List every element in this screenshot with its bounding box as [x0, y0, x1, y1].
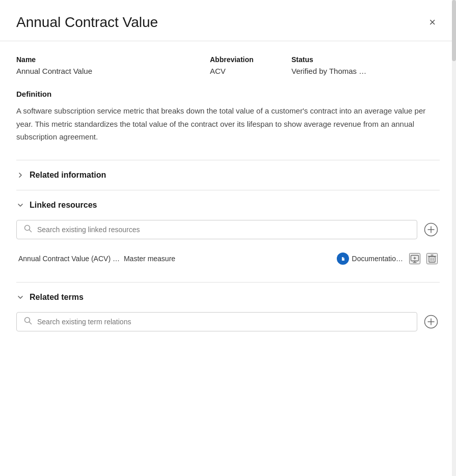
related-terms-search-row: [16, 312, 440, 331]
panel-title: Annual Contract Value: [16, 14, 158, 31]
name-field-group: Name Annual Contract Value: [16, 55, 190, 75]
related-terms-search-icon: [24, 317, 32, 327]
name-label: Name: [16, 55, 190, 64]
close-button[interactable]: ×: [425, 15, 440, 30]
status-label: Status: [291, 55, 440, 64]
detail-panel: Annual Contract Value × Name Annual Cont…: [0, 0, 456, 476]
related-terms-add-button[interactable]: [422, 313, 440, 330]
related-terms-content: [16, 304, 440, 344]
document-icon: [337, 253, 349, 265]
linked-resources-section: Linked resources: [16, 190, 440, 282]
linked-resources-header[interactable]: Linked resources: [16, 199, 440, 212]
status-value: Verified by Thomas …: [291, 67, 440, 75]
status-field-group: Status Verified by Thomas …: [291, 55, 440, 75]
related-information-section: Related information: [16, 160, 440, 190]
linked-resources-search-row: [16, 220, 440, 239]
linked-resources-search-input[interactable]: [37, 226, 410, 234]
scrollbar-track[interactable]: [452, 0, 456, 476]
resource-actions: Documentatio…: [337, 253, 438, 265]
add-screen-button[interactable]: [409, 253, 420, 264]
related-information-header[interactable]: Related information: [16, 169, 440, 182]
scrollbar-thumb[interactable]: [452, 0, 456, 61]
abbreviation-field-group: Abbreviation ACV: [210, 55, 271, 75]
related-terms-chevron-icon: [16, 295, 24, 300]
resource-doc: Documentatio…: [337, 253, 403, 265]
svg-line-17: [30, 322, 32, 324]
related-information-chevron-icon: [16, 172, 24, 179]
linked-resources-title: Linked resources: [30, 201, 97, 210]
abbreviation-value: ACV: [210, 67, 271, 75]
definition-label: Definition: [16, 90, 440, 98]
abbreviation-label: Abbreviation: [210, 55, 271, 64]
linked-resources-search-wrapper: [16, 220, 417, 239]
fields-row: Name Annual Contract Value Abbreviation …: [16, 55, 440, 75]
panel-header: Annual Contract Value ×: [0, 0, 456, 41]
related-terms-header[interactable]: Related terms: [16, 291, 440, 304]
delete-resource-button[interactable]: [426, 253, 438, 264]
linked-resources-search-icon: [24, 225, 32, 235]
related-terms-section: Related terms: [16, 282, 440, 352]
resource-doc-name: Documentatio…: [352, 255, 403, 263]
linked-resources-chevron-icon: [16, 203, 24, 208]
related-terms-search-input[interactable]: [37, 318, 410, 326]
linked-resource-item: Annual Contract Value (ACV) … Master mea…: [16, 247, 440, 270]
definition-section: Definition A software subscription servi…: [16, 90, 440, 144]
svg-line-1: [30, 230, 32, 232]
related-terms-search-wrapper: [16, 312, 417, 331]
name-value: Annual Contract Value: [16, 67, 190, 75]
resource-type: Master measure: [124, 255, 175, 263]
svg-rect-11: [429, 257, 435, 262]
related-terms-title: Related terms: [30, 293, 84, 302]
definition-text: A software subscription service metric t…: [16, 104, 440, 144]
resource-name: Annual Contract Value (ACV) …: [18, 255, 120, 263]
linked-resources-add-button[interactable]: [422, 221, 440, 238]
related-information-title: Related information: [30, 171, 106, 180]
panel-body: Name Annual Contract Value Abbreviation …: [0, 41, 456, 366]
linked-resources-content: Annual Contract Value (ACV) … Master mea…: [16, 212, 440, 274]
